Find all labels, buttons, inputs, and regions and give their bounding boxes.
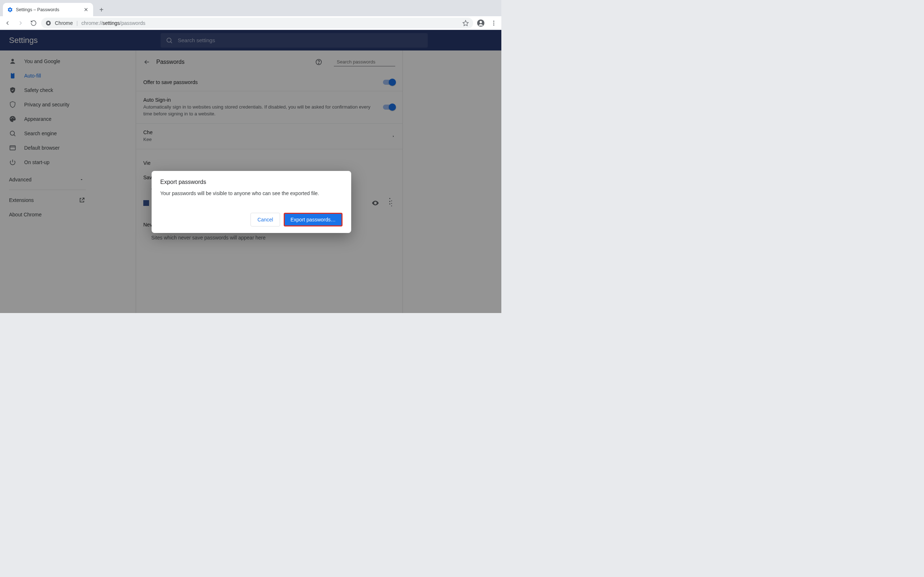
omnibox-url: chrome://settings/passwords xyxy=(81,20,145,26)
gear-icon xyxy=(7,7,13,13)
tab-title: Settings – Passwords xyxy=(16,7,80,12)
profile-button[interactable] xyxy=(475,18,486,29)
export-passwords-button[interactable]: Export passwords… xyxy=(284,213,342,226)
new-tab-button[interactable]: + xyxy=(96,4,107,15)
svg-point-5 xyxy=(493,23,494,23)
cancel-button[interactable]: Cancel xyxy=(250,213,280,226)
chrome-icon xyxy=(45,20,51,26)
browser-toolbar: Chrome | chrome://settings/passwords xyxy=(0,16,501,30)
forward-button[interactable] xyxy=(15,18,26,29)
reload-button[interactable] xyxy=(28,18,39,29)
dialog-title: Export passwords xyxy=(160,179,342,185)
back-button[interactable] xyxy=(2,18,13,29)
omnibox-chip: Chrome xyxy=(55,20,73,26)
browser-tab[interactable]: Settings – Passwords ✕ xyxy=(3,3,93,16)
omnibox[interactable]: Chrome | chrome://settings/passwords xyxy=(41,18,473,29)
browser-tab-bar: Settings – Passwords ✕ + xyxy=(0,0,501,16)
close-icon[interactable]: ✕ xyxy=(83,7,89,13)
svg-point-6 xyxy=(493,24,494,25)
svg-point-3 xyxy=(480,21,482,23)
export-passwords-dialog: Export passwords Your passwords will be … xyxy=(152,171,351,233)
bookmark-star-icon[interactable] xyxy=(462,20,469,26)
menu-button[interactable] xyxy=(488,18,499,29)
dialog-body: Your passwords will be visible to anyone… xyxy=(160,190,342,196)
svg-point-1 xyxy=(47,22,49,24)
svg-point-4 xyxy=(493,21,494,22)
